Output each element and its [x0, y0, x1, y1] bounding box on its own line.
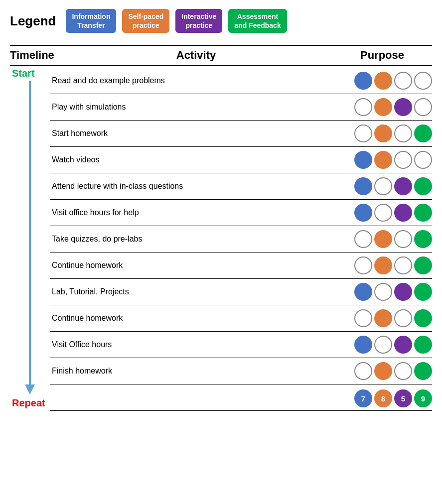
- circle-assessment: [414, 362, 432, 380]
- purpose-circles: [342, 336, 432, 354]
- activity-name: Play with simulations: [50, 103, 342, 112]
- circle-assessment: [414, 309, 432, 327]
- circle-interactive: [394, 336, 412, 354]
- circle-interactive: [394, 256, 412, 274]
- legend-badge-interactive: Interactivepractice: [175, 9, 222, 33]
- purpose-circles: [342, 362, 432, 380]
- table-row: Visit office hours for help: [50, 200, 432, 226]
- circle-self: [374, 336, 392, 354]
- circle-info: [354, 283, 372, 301]
- purpose-circles: [342, 98, 432, 116]
- table-row: Watch videos: [50, 147, 432, 173]
- activity-name: Finish homework: [50, 367, 342, 376]
- circle-assessment: [414, 336, 432, 354]
- circle-info: [354, 362, 372, 380]
- circle-self: [374, 283, 392, 301]
- header-timeline: Timeline: [10, 49, 60, 62]
- purpose-circles: [342, 125, 432, 142]
- table-row: Visit Office hours: [50, 332, 432, 358]
- repeat-label: Repeat: [10, 397, 50, 409]
- purpose-circles: [342, 256, 432, 274]
- circle-assessment: [414, 177, 432, 195]
- circle-info: [354, 177, 372, 195]
- circle-self: [374, 309, 392, 327]
- circle-interactive: [394, 151, 412, 169]
- start-label: Start: [10, 68, 50, 79]
- timeline-arrowhead: [25, 384, 35, 394]
- circle-interactive: [394, 98, 412, 116]
- purpose-circles: [342, 283, 432, 301]
- circle-interactive: [394, 72, 412, 90]
- activity-name: Take quizzes, do pre-labs: [50, 235, 342, 244]
- circle-interactive: [394, 283, 412, 301]
- circle-assessment: [414, 204, 432, 222]
- circle-interactive: [394, 309, 412, 327]
- circle-self: [374, 72, 392, 90]
- timeline-arrow: [10, 81, 50, 394]
- circle-self: [374, 151, 392, 169]
- circle-self: [374, 98, 392, 116]
- legend-badge-info-transfer: InformationTransfer: [66, 9, 116, 33]
- table-header: Timeline Activity Purpose: [10, 45, 432, 66]
- table-row: Finish homework: [50, 358, 432, 384]
- activity-name: Visit Office hours: [50, 340, 342, 349]
- circle-interactive: [394, 204, 412, 222]
- circle-info: [354, 256, 372, 274]
- purpose-circles: [342, 177, 432, 195]
- main-content: Start Repeat Read and do example problem…: [10, 68, 432, 411]
- circle-interactive: [394, 230, 412, 248]
- table-row: Continue homework: [50, 305, 432, 332]
- activity-name: Continue homework: [50, 314, 342, 323]
- purpose-circles: [342, 309, 432, 327]
- circle-self: [374, 204, 392, 222]
- circle-self: [374, 256, 392, 274]
- circle-assessment: [414, 98, 432, 116]
- number-circles: 7 8 5 9: [342, 389, 432, 407]
- timeline-line: [29, 81, 31, 384]
- circle-info: [354, 72, 372, 90]
- circle-self: [374, 362, 392, 380]
- legend-badge-self-paced: Self-pacedpractice: [122, 9, 169, 33]
- circle-info: [354, 151, 372, 169]
- circle-info: [354, 309, 372, 327]
- circle-assessment: [414, 151, 432, 169]
- purpose-circles: [342, 72, 432, 90]
- circle-info: [354, 98, 372, 116]
- activity-name: Visit office hours for help: [50, 208, 342, 217]
- circle-assessment: [414, 283, 432, 301]
- table-row: Take quizzes, do pre-labs: [50, 226, 432, 252]
- table-row: Attend lecture with in-class questions: [50, 173, 432, 200]
- table-row: Lab, Tutorial, Projects: [50, 279, 432, 305]
- timeline-column: Start Repeat: [10, 68, 50, 411]
- purpose-circles: [342, 204, 432, 222]
- purpose-circles: [342, 151, 432, 169]
- table-row: Play with simulations: [50, 94, 432, 121]
- activity-name: Lab, Tutorial, Projects: [50, 287, 342, 296]
- circle-info: [354, 336, 372, 354]
- legend-badge-assessment: Assessmentand Feedback: [228, 9, 287, 33]
- legend-title: Legend: [10, 13, 56, 29]
- circle-self: [374, 230, 392, 248]
- activities-column: Read and do example problems Play with s…: [50, 68, 432, 411]
- circle-assessment: [414, 256, 432, 274]
- num-circle-info: 7: [354, 389, 372, 407]
- circle-info: [354, 125, 372, 142]
- activity-name: Start homework: [50, 129, 342, 138]
- num-circle-interactive: 5: [394, 389, 412, 407]
- circle-interactive: [394, 125, 412, 142]
- circle-self: [374, 177, 392, 195]
- table-row: Read and do example problems: [50, 68, 432, 94]
- circle-assessment: [414, 230, 432, 248]
- activity-name: Continue homework: [50, 261, 342, 270]
- circle-interactive: [394, 362, 412, 380]
- circle-info: [354, 230, 372, 248]
- activity-name: Attend lecture with in-class questions: [50, 182, 342, 191]
- circle-interactive: [394, 177, 412, 195]
- circle-self: [374, 125, 392, 142]
- activity-name: Read and do example problems: [50, 76, 342, 85]
- header-purpose: Purpose: [332, 49, 432, 62]
- circle-assessment: [414, 125, 432, 142]
- purpose-circles: [342, 230, 432, 248]
- circle-assessment: [414, 72, 432, 90]
- legend: Legend InformationTransfer Self-pacedpra…: [10, 5, 432, 37]
